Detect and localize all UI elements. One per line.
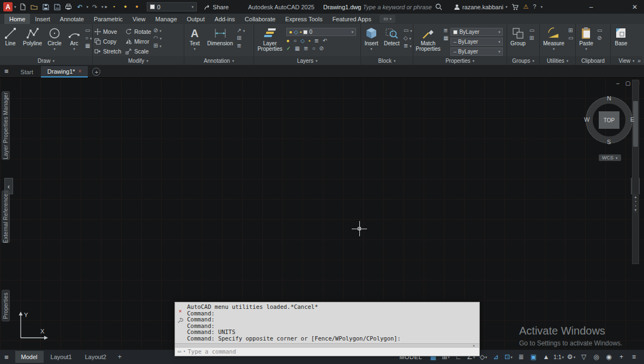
save-icon[interactable] (41, 2, 51, 12)
layer-unisolate-icon[interactable]: ○ (312, 46, 315, 51)
insert-caret-icon[interactable]: ▾ (370, 47, 372, 51)
edit-block-icon[interactable]: ◇ (404, 35, 408, 41)
id-point-icon[interactable]: ▭ (568, 35, 573, 41)
tab-manage[interactable]: Manage (151, 14, 182, 24)
edit-block-caret-icon[interactable]: ▾ (410, 37, 412, 40)
utilities-panel-label[interactable]: Utilities▾ (540, 56, 575, 65)
tab-insert[interactable]: Insert (30, 14, 55, 24)
groups-panel-label[interactable]: Groups▾ (507, 56, 539, 65)
help-caret-icon[interactable]: ▾ (540, 5, 543, 9)
layout1-tab[interactable]: Layout1 (45, 351, 78, 363)
redo-caret-icon[interactable]: ▾ (101, 5, 104, 9)
autocad-logo-icon[interactable]: A (3, 2, 13, 11)
layer-freeze-icon[interactable]: ◇ (300, 38, 305, 44)
paste-caret-icon[interactable]: ▾ (585, 47, 587, 51)
layer-properties-manager-palette-tab[interactable]: Layer Properties Manager (2, 91, 10, 160)
fillet-tool-icon[interactable]: ◠ (153, 35, 158, 41)
leader-tool-icon[interactable]: ↗ (237, 28, 241, 33)
quick-select-icon[interactable]: ⊞ (568, 28, 573, 33)
open-file-icon[interactable] (29, 2, 39, 12)
layer-color-icon[interactable]: ● (132, 2, 142, 12)
circle-button[interactable]: Circle ▾ (46, 26, 63, 56)
layer-isolate-icon[interactable]: ○ (293, 38, 297, 44)
hatch-tool-icon[interactable]: ▦ (85, 43, 90, 49)
selection-cycling-icon[interactable]: ▣ (528, 351, 539, 362)
new-file-icon[interactable] (18, 2, 28, 12)
user-caret-icon[interactable]: ▾ (505, 5, 508, 9)
workspace-switching-icon[interactable]: ⚙▾ (565, 351, 577, 362)
group-button[interactable]: Group (509, 26, 527, 56)
layer-previous-icon[interactable]: ↶ (323, 38, 327, 44)
rotate-button[interactable]: Rotate (125, 28, 151, 35)
tab-output[interactable]: Output (182, 14, 210, 24)
user-account-button[interactable]: razane.kabbani ▾ (454, 4, 508, 10)
make-current-icon[interactable]: ✓ (286, 46, 291, 51)
viewcube-west[interactable]: W (584, 116, 589, 123)
command-scroll-up-icon[interactable]: ▴ (473, 343, 475, 348)
move-button[interactable]: Move (94, 28, 121, 35)
layout2-tab[interactable]: Layout2 (79, 351, 112, 363)
scrollbar-buttons[interactable]: ▲ ▪ ▪ ▼ (632, 194, 639, 213)
layer-walk-icon[interactable]: ▦ (294, 46, 299, 51)
save-as-icon[interactable] (52, 2, 62, 12)
draw-panel-label[interactable]: Draw▾ (0, 56, 92, 65)
scroll-down-icon[interactable]: ▼ (634, 208, 637, 212)
undo-icon[interactable]: ↶ (75, 2, 85, 12)
annotation-scale-button[interactable]: 1:1▾ (553, 351, 564, 362)
scroll-up-icon[interactable]: ▲ (634, 195, 637, 199)
new-tab-button[interactable]: + (92, 68, 100, 76)
command-resize-handle[interactable]: ▴ (175, 343, 479, 347)
leader-caret-icon[interactable]: ▾ (243, 29, 245, 33)
array-tool-icon[interactable]: ⊞ (153, 43, 158, 49)
quick-layer-caret-icon[interactable]: ▾ (192, 5, 194, 9)
drawing1-tab[interactable]: Drawing1* × (41, 66, 88, 77)
viewcube-north[interactable]: N (607, 95, 611, 102)
scale-button[interactable]: Scale (125, 48, 151, 55)
viewcube-east[interactable]: E (630, 116, 634, 123)
layer-states-icon[interactable]: ≣ (304, 46, 308, 51)
command-close-icon[interactable]: ✕ (178, 308, 182, 314)
lineweight-select[interactable]: – ByLayer ▾ (450, 38, 503, 46)
lineweight-caret-icon[interactable]: ▾ (498, 40, 501, 44)
block-attributes-icon[interactable]: ≣ (404, 43, 408, 49)
linetype-caret-icon[interactable]: ▾ (498, 50, 501, 53)
copy-clip-icon[interactable]: ▭ (597, 28, 602, 33)
command-input-row[interactable]: ▭ ▾ (175, 347, 479, 356)
transparency-icon[interactable]: ▦ (443, 35, 448, 41)
circle-caret-icon[interactable]: ▾ (53, 47, 56, 51)
annotation-more-icon[interactable]: ≣ (237, 43, 241, 49)
tab-express-tools[interactable]: Express Tools (280, 14, 327, 24)
quick-layer-select[interactable]: 0 ▾ (147, 2, 197, 11)
search-icon[interactable] (435, 3, 442, 10)
command-options-caret-icon[interactable]: ▾ (183, 350, 185, 354)
properties-palette-tab[interactable]: Properties (2, 290, 10, 321)
ribbon-options-button[interactable]: ▭ ▾ (380, 15, 395, 23)
qat-customize-icon[interactable]: ▸ (105, 4, 108, 9)
tab-add-ins[interactable]: Add-ins (210, 14, 240, 24)
object-color-select[interactable]: ByLayer ▾ (450, 28, 503, 36)
undo-caret-icon[interactable]: ▾ (87, 5, 89, 9)
dimension-button[interactable]: Dimension (206, 26, 234, 56)
tab-close-icon[interactable]: × (79, 68, 82, 74)
status-menu-icon[interactable]: ≡ (4, 353, 9, 361)
ellipse-caret-icon[interactable]: ▾ (90, 37, 92, 40)
cut-clip-icon[interactable]: ⊘ (597, 35, 601, 41)
measure-button[interactable]: Measure ▾ (541, 26, 566, 56)
customize-icon[interactable]: ≡ (628, 351, 640, 362)
copy-button[interactable]: Copy (94, 38, 121, 45)
notification-icon[interactable]: ⚠ (523, 4, 528, 10)
new-layout-button[interactable]: + (113, 353, 126, 361)
model-tab[interactable]: Model (15, 351, 44, 363)
tab-annotate[interactable]: Annotate (55, 14, 89, 24)
linetype-select[interactable]: – ByLayer ▾ (450, 47, 503, 56)
layer-match-icon[interactable]: ≣ (314, 38, 318, 44)
plot-icon[interactable] (64, 2, 74, 12)
detect-button[interactable]: Detect (382, 26, 401, 56)
line-button[interactable]: Line (2, 26, 19, 56)
search-box[interactable]: ▸ Type a keyword or phrase (357, 0, 442, 14)
viewcube-top-face[interactable]: TOP (599, 111, 619, 129)
annotation-monitor-icon[interactable]: ◎ (591, 351, 602, 362)
layer-properties-button[interactable]: Layer Properties (256, 26, 284, 56)
ungroup-icon[interactable]: ▭ (529, 28, 534, 33)
text-caret-icon[interactable]: ▾ (194, 47, 196, 51)
